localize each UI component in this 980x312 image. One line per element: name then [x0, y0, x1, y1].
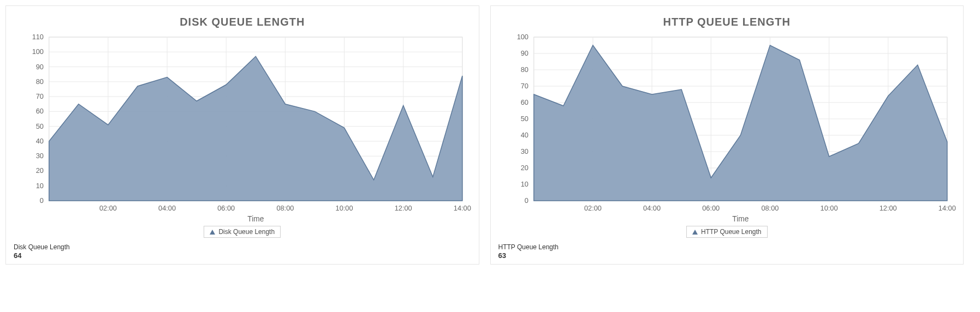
svg-text:10:00: 10:00: [336, 204, 353, 212]
svg-text:30: 30: [36, 152, 44, 160]
svg-text:02:00: 02:00: [584, 204, 601, 212]
area-chart: 010203040506070809010002:0004:0006:0008:…: [496, 32, 958, 228]
svg-text:70: 70: [520, 82, 528, 90]
metric-value: 64: [14, 251, 473, 260]
svg-text:08:00: 08:00: [276, 204, 294, 212]
svg-text:70: 70: [36, 92, 44, 100]
svg-text:06:00: 06:00: [702, 204, 720, 212]
metric-label: HTTP Queue Length: [498, 243, 958, 251]
svg-text:40: 40: [520, 131, 528, 139]
svg-text:30: 30: [520, 147, 528, 155]
svg-text:80: 80: [520, 65, 528, 74]
panel-disk-queue: DISK QUEUE LENGTH 0102030405060708090100…: [5, 5, 479, 265]
svg-text:14:00: 14:00: [938, 204, 955, 212]
area-chart: 010203040506070809010011002:0004:0006:00…: [11, 32, 473, 228]
svg-text:Time: Time: [732, 214, 749, 223]
svg-text:0: 0: [40, 196, 44, 205]
svg-text:12:00: 12:00: [395, 204, 412, 212]
metric-value: 63: [498, 251, 958, 260]
svg-text:14:00: 14:00: [454, 204, 471, 212]
panel-http-queue: HTTP QUEUE LENGTH 0102030405060708090100…: [490, 5, 964, 265]
chart-disk-queue[interactable]: 010203040506070809010011002:0004:0006:00…: [11, 32, 473, 228]
panel-title: DISK QUEUE LENGTH: [11, 16, 473, 28]
svg-text:50: 50: [36, 122, 44, 130]
svg-text:10: 10: [36, 182, 44, 190]
svg-text:08:00: 08:00: [761, 204, 779, 212]
svg-text:90: 90: [36, 62, 44, 70]
svg-text:80: 80: [36, 77, 44, 86]
svg-text:40: 40: [36, 137, 44, 145]
svg-text:50: 50: [520, 115, 528, 123]
dashboard-row: DISK QUEUE LENGTH 0102030405060708090100…: [0, 0, 969, 270]
svg-text:100: 100: [32, 47, 44, 56]
legend-label: Disk Queue Length: [218, 228, 275, 236]
svg-text:Time: Time: [247, 214, 264, 223]
legend-swatch-icon: [210, 230, 215, 235]
svg-text:04:00: 04:00: [158, 204, 176, 212]
legend-swatch-icon: [692, 230, 698, 235]
svg-text:02:00: 02:00: [99, 204, 117, 212]
svg-text:110: 110: [32, 33, 44, 41]
metric-label: Disk Queue Length: [14, 243, 473, 251]
chart-http-queue[interactable]: 010203040506070809010002:0004:0006:0008:…: [496, 32, 958, 228]
svg-text:12:00: 12:00: [879, 204, 896, 212]
svg-text:100: 100: [516, 33, 528, 41]
panel-title: HTTP QUEUE LENGTH: [496, 16, 958, 28]
svg-text:20: 20: [36, 166, 44, 175]
svg-text:10:00: 10:00: [820, 204, 838, 212]
svg-text:60: 60: [520, 98, 528, 106]
svg-text:20: 20: [520, 164, 528, 172]
svg-text:60: 60: [36, 107, 44, 115]
svg-text:0: 0: [524, 196, 528, 205]
svg-text:06:00: 06:00: [217, 204, 235, 212]
svg-text:10: 10: [520, 180, 528, 188]
legend-label: HTTP Queue Length: [701, 228, 762, 236]
svg-text:04:00: 04:00: [643, 204, 661, 212]
svg-text:90: 90: [520, 49, 528, 57]
